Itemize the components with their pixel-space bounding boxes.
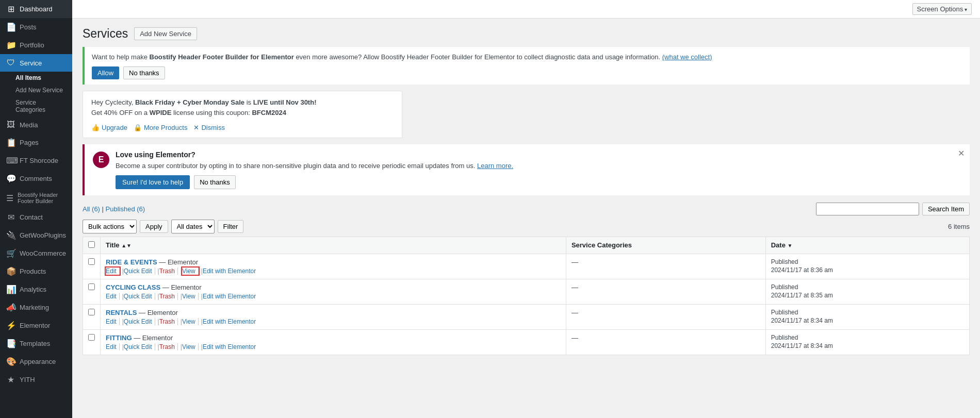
row-action-trash[interactable]: Trash: [159, 318, 178, 325]
sidebar-item-posts[interactable]: 📄 Posts: [0, 18, 72, 36]
title-sort-icon[interactable]: ▲▼: [121, 243, 132, 248]
sidebar-item-analytics[interactable]: 📊 Analytics: [0, 280, 72, 298]
row-action-edit-with-elementor[interactable]: Edit with Elementor: [203, 267, 258, 275]
row-checkbox-0[interactable]: [88, 258, 95, 265]
allow-button[interactable]: Allow: [92, 66, 119, 79]
sidebar-item-templates[interactable]: 📑 Templates: [0, 335, 72, 353]
row-title-link[interactable]: CYCLING CLASS: [106, 283, 160, 291]
service-icon: 🛡: [6, 58, 15, 68]
apply-button[interactable]: Apply: [140, 220, 168, 233]
row-actions: Edit | Quick Edit | Trash | View | Edit …: [106, 318, 561, 325]
row-title-cell: FITTING — ElementorEdit | Quick Edit | T…: [101, 329, 566, 355]
sidebar-item-label: Media: [20, 121, 38, 129]
sidebar-item-appearance[interactable]: 🎨 Appearance: [0, 353, 72, 371]
sidebar-subitem-all-items[interactable]: All Items: [0, 72, 72, 84]
row-action-quick-edit[interactable]: Quick Edit: [124, 293, 155, 300]
what-we-collect-link[interactable]: (what we collect): [662, 53, 712, 61]
sidebar-item-products[interactable]: 📦 Products: [0, 262, 72, 280]
no-thanks-diagnostic-button[interactable]: No thanks: [123, 66, 165, 79]
sidebar-item-label: WooCommerce: [20, 249, 66, 257]
row-action-quick-edit[interactable]: Quick Edit: [124, 267, 155, 275]
sidebar-item-ft-shorcode[interactable]: ⌨ FT Shorcode: [0, 152, 72, 170]
sidebar-item-yith[interactable]: ★ YITH: [0, 371, 72, 389]
row-date-cell: Published2024/11/17 at 8:35 am: [765, 279, 969, 304]
row-date: 2024/11/17 at 8:35 am: [771, 292, 964, 299]
sidebar-item-marketing[interactable]: 📣 Marketing: [0, 298, 72, 316]
row-action-edit-with-elementor[interactable]: Edit with Elementor: [203, 293, 258, 300]
bulk-actions-select[interactable]: Bulk actions: [83, 220, 137, 233]
search-item-button[interactable]: Search Item: [922, 203, 970, 215]
row-title-link[interactable]: RENTALS: [106, 309, 137, 316]
row-title-suffix: — Elementor: [137, 309, 177, 316]
dates-select[interactable]: All dates: [171, 220, 215, 233]
row-action-quick-edit[interactable]: Quick Edit: [124, 343, 155, 350]
row-action-view[interactable]: View: [182, 267, 199, 275]
sidebar-item-dashboard[interactable]: ⊞ Dashboard: [0, 0, 72, 18]
row-action-trash[interactable]: Trash: [159, 267, 178, 275]
date-sort-icon[interactable]: ▼: [788, 243, 793, 248]
row-date: 2024/11/17 at 8:34 am: [771, 317, 964, 324]
sidebar-item-comments[interactable]: 💬 Comments: [0, 170, 72, 188]
col-title-header: Title ▲▼: [101, 237, 566, 254]
promo-coupon-text: Get 40% OFF on a WPIDE license using thi…: [91, 108, 394, 119]
row-title-cell: CYCLING CLASS — ElementorEdit | Quick Ed…: [101, 279, 566, 304]
sidebar-item-contact[interactable]: ✉ Contact: [0, 208, 72, 226]
sidebar-item-service[interactable]: 🛡 Service: [0, 54, 72, 72]
sidebar-item-woocommerce[interactable]: 🛒 WooCommerce: [0, 244, 72, 262]
row-action-edit[interactable]: Edit: [106, 318, 120, 325]
select-all-checkbox[interactable]: [88, 241, 95, 248]
row-action-view[interactable]: View: [182, 318, 199, 325]
sidebar-item-getwoo[interactable]: 🔌 GetWooPlugins: [0, 226, 72, 244]
row-action-edit-with-elementor[interactable]: Edit with Elementor: [203, 318, 258, 325]
upgrade-link[interactable]: 👍 Upgrade: [91, 124, 127, 131]
sure-help-button[interactable]: Sure! I'd love to help: [116, 175, 190, 189]
no-thanks-elementor-button[interactable]: No thanks: [194, 175, 236, 189]
sidebar-subitem-categories[interactable]: Service Categories: [0, 96, 72, 116]
row-action-edit[interactable]: Edit: [106, 343, 120, 350]
woocommerce-icon: 🛒: [6, 248, 15, 258]
dismiss-link[interactable]: ✕ Dismiss: [193, 124, 225, 131]
table-row: RENTALS — ElementorEdit | Quick Edit | T…: [83, 304, 970, 329]
row-checkbox-2[interactable]: [88, 309, 95, 315]
row-date: 2024/11/17 at 8:36 am: [771, 266, 964, 274]
sidebar-subitem-add-new[interactable]: Add New Service: [0, 84, 72, 96]
filter-button[interactable]: Filter: [218, 220, 244, 233]
diagnostic-notice-buttons: Allow No thanks: [92, 66, 962, 79]
col-categories-header: Service Categories: [566, 237, 765, 254]
sidebar-item-elementor[interactable]: ⚡ Elementor: [0, 316, 72, 335]
sidebar-item-media[interactable]: 🖼 Media: [0, 116, 72, 133]
row-checkbox-1[interactable]: [88, 283, 95, 290]
filter-published-link[interactable]: Published (6): [106, 205, 145, 213]
row-action-quick-edit[interactable]: Quick Edit: [124, 318, 155, 325]
row-title-link[interactable]: FITTING: [106, 334, 132, 342]
row-action-edit[interactable]: Edit: [106, 267, 120, 275]
sidebar-item-label: Appearance: [20, 358, 56, 365]
search-input[interactable]: [816, 203, 919, 215]
elementor-learn-more-link[interactable]: Learn more.: [477, 162, 513, 170]
row-action-edit-with-elementor[interactable]: Edit with Elementor: [203, 343, 258, 350]
elementor-notice-close-button[interactable]: ✕: [958, 148, 965, 158]
more-products-link[interactable]: 🔒 More Products: [134, 124, 188, 131]
row-action-view[interactable]: View: [182, 293, 199, 300]
row-checkbox-cell: [83, 304, 101, 329]
sidebar-item-portfolio[interactable]: 📁 Portfolio: [0, 36, 72, 54]
sidebar-item-pages[interactable]: 📋 Pages: [0, 133, 72, 152]
col-date-header: Date ▼: [765, 237, 969, 254]
screen-options-button[interactable]: Screen Options: [912, 3, 972, 15]
actions-bar: Bulk actions Apply All dates Filter 6 it…: [83, 220, 970, 233]
promo-notice: Hey Cyclecity, Black Friday + Cyber Mond…: [83, 91, 402, 139]
media-icon: 🖼: [6, 120, 15, 129]
row-action-trash[interactable]: Trash: [159, 293, 178, 300]
row-status: Published: [771, 309, 964, 316]
row-checkbox-3[interactable]: [88, 334, 95, 341]
row-title-link[interactable]: RIDE & EVENTS: [106, 258, 157, 266]
row-action-view[interactable]: View: [182, 343, 199, 350]
posts-icon: 📄: [6, 22, 15, 32]
filter-all-link[interactable]: All (6): [83, 205, 100, 213]
add-new-service-button[interactable]: Add New Service: [134, 27, 197, 40]
diagnostic-text: Want to help make Boostify Header Footer…: [92, 52, 962, 62]
sidebar-item-label: Templates: [20, 340, 50, 347]
row-action-trash[interactable]: Trash: [159, 343, 178, 350]
sidebar-item-boostify[interactable]: ☰ Boostify Header Footer Builder: [0, 188, 72, 208]
row-action-edit[interactable]: Edit: [106, 293, 120, 300]
